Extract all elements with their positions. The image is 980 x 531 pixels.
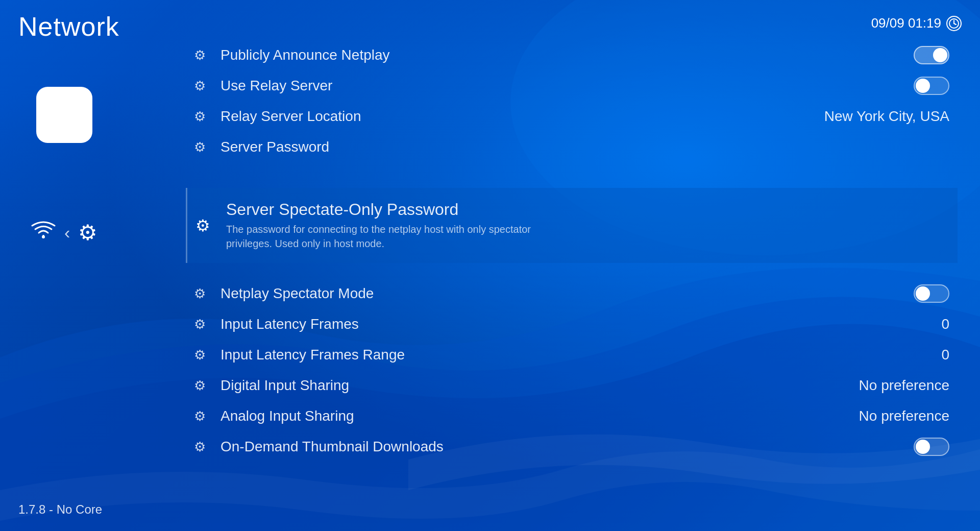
setting-row-server-password[interactable]: ⚙ Server Password <box>194 132 949 162</box>
svg-line-3 <box>954 23 956 25</box>
setting-row-digital-input-sharing[interactable]: ⚙ Digital Input Sharing No preference <box>194 370 949 401</box>
spectate-label-block: Server Spectate-Only Password The passwo… <box>218 200 949 251</box>
top-right-bar: 09/09 01:19 <box>871 11 962 31</box>
toggle-use-relay-server[interactable] <box>914 77 949 95</box>
label-input-latency-frames-range: Input Latency Frames Range <box>216 347 837 363</box>
setting-row-relay-server-location[interactable]: ⚙ Relay Server Location New York City, U… <box>194 101 949 132</box>
toggle-knob-0 <box>933 48 947 62</box>
label-server-password: Server Password <box>216 139 837 155</box>
wifi-nav-section: ‹ ⚙ <box>31 220 97 245</box>
gear-icon-1: ⚙ <box>194 78 216 94</box>
gear-icon-7: ⚙ <box>194 347 216 363</box>
label-server-spectate-only-password: Server Spectate-Only Password <box>222 200 949 219</box>
page-title: Network <box>18 11 119 42</box>
left-sidebar: ⚙ ‹ ⚙ <box>31 87 97 245</box>
setting-row-input-latency-frames[interactable]: ⚙ Input Latency Frames 0 <box>194 309 949 340</box>
toggle-knob-1 <box>916 79 930 93</box>
clock-icon <box>946 16 962 31</box>
label-on-demand-thumbnail-downloads: On-Demand Thumbnail Downloads <box>216 439 914 455</box>
value-relay-server-location: New York City, USA <box>824 108 949 125</box>
gear-box-icon: ⚙ <box>52 100 76 130</box>
setting-row-publicly-announce-netplay[interactable]: ⚙ Publicly Announce Netplay <box>194 40 949 70</box>
gear-icon-0: ⚙ <box>194 47 216 63</box>
chevron-left-icon: ‹ <box>64 223 70 243</box>
toggle-netplay-spectator-mode[interactable] <box>914 284 949 303</box>
label-relay-server-location: Relay Server Location <box>216 108 824 125</box>
settings-list: ⚙ Publicly Announce Netplay ⚙ Use Relay … <box>194 40 949 462</box>
toggle-on-demand-thumbnail-downloads[interactable] <box>914 438 949 456</box>
gear-icon-4: ⚙ <box>195 216 218 235</box>
setting-row-use-relay-server[interactable]: ⚙ Use Relay Server <box>194 70 949 101</box>
value-digital-input-sharing: No preference <box>837 377 949 394</box>
gear-icon-10: ⚙ <box>194 439 216 455</box>
version-label: 1.7.8 - No Core <box>18 502 102 517</box>
value-input-latency-frames-range: 0 <box>837 347 949 363</box>
label-analog-input-sharing: Analog Input Sharing <box>216 408 837 424</box>
label-input-latency-frames: Input Latency Frames <box>216 316 837 332</box>
gear-icon-9: ⚙ <box>194 408 216 424</box>
toggle-publicly-announce-netplay[interactable] <box>914 46 949 64</box>
gear-icon-5: ⚙ <box>194 286 216 302</box>
section-gear-icon: ⚙ <box>78 220 97 245</box>
label-publicly-announce-netplay: Publicly Announce Netplay <box>216 47 914 63</box>
settings-icon-box: ⚙ <box>36 87 92 143</box>
label-digital-input-sharing: Digital Input Sharing <box>216 377 837 394</box>
setting-row-analog-input-sharing[interactable]: ⚙ Analog Input Sharing No preference <box>194 401 949 431</box>
setting-row-input-latency-frames-range[interactable]: ⚙ Input Latency Frames Range 0 <box>194 340 949 370</box>
toggle-knob-5 <box>916 286 930 301</box>
label-use-relay-server: Use Relay Server <box>216 78 914 94</box>
value-input-latency-frames: 0 <box>837 316 949 332</box>
label-netplay-spectator-mode: Netplay Spectator Mode <box>216 285 914 302</box>
gear-icon-3: ⚙ <box>194 139 216 155</box>
setting-row-on-demand-thumbnail-downloads[interactable]: ⚙ On-Demand Thumbnail Downloads <box>194 431 949 462</box>
desc-server-spectate-only-password: The password for connecting to the netpl… <box>222 219 579 251</box>
setting-row-server-spectate-only-password[interactable]: ⚙ Server Spectate-Only Password The pass… <box>186 188 958 263</box>
gear-icon-8: ⚙ <box>194 378 216 394</box>
gear-icon-2: ⚙ <box>194 109 216 125</box>
gear-icon-6: ⚙ <box>194 317 216 332</box>
setting-row-netplay-spectator-mode[interactable]: ⚙ Netplay Spectator Mode <box>194 278 949 309</box>
toggle-knob-10 <box>916 440 930 454</box>
svg-point-4 <box>42 235 45 238</box>
wifi-icon <box>31 220 56 245</box>
datetime-display: 09/09 01:19 <box>871 15 941 31</box>
value-analog-input-sharing: No preference <box>837 408 949 424</box>
